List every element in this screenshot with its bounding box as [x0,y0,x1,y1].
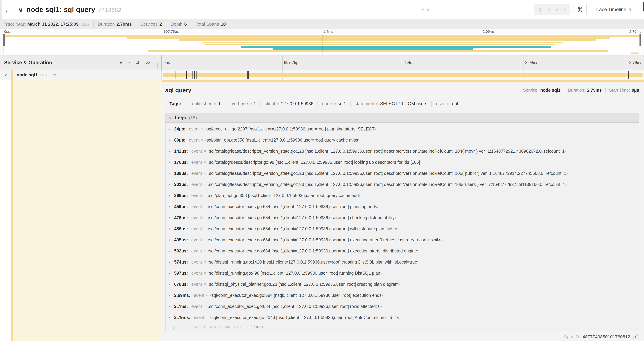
open-quote: ‹ [208,271,209,275]
trace-stat: Duration2.79ms [98,22,132,27]
log-row[interactable]: ›2.79ms:event=‹sql/conn_executor_exec.go… [166,312,639,323]
top-bar: ← ∨ node sql1: sql query 7418682 ◎ ∧ ∨ ×… [0,0,644,19]
log-message: ‹sql/distsql_running.go:1420 [nsql1,clie… [208,259,418,265]
equals-sign: = [204,304,206,308]
log-row[interactable]: ›34μs:event=‹sql/exec_util.go:2297 [nsql… [166,123,639,134]
log-message-text: sql/distsql_running.go:1420 [nsql1,clien… [209,259,417,264]
close-quote: › [565,182,566,187]
log-row[interactable]: ›486μs:event=‹sql/conn_executor_exec.go:… [166,223,639,234]
span-duration-bar[interactable] [163,73,643,77]
log-message: ‹sql/conn_executor_exec.go:684 [nsql1,cl… [208,304,382,309]
minimap-span [241,46,551,48]
span-collapse-icon[interactable]: ∨ [0,72,12,77]
log-row[interactable]: ›459μs:event=‹sql/conn_executor_exec.go:… [166,201,639,212]
page-title: node sql1: sql query [26,6,95,14]
log-message-text: sql/distsql_running.go:498 [nsql1,client… [209,271,380,275]
log-marker [186,71,186,79]
trace-collapse-icon[interactable]: ∨ [18,6,23,14]
selected-span-fill [13,80,162,341]
log-row[interactable]: ›495μs:event=‹sql/conn_executor_exec.go:… [166,234,639,245]
log-row[interactable]: ›2.7ms:event=‹sql/conn_executor_exec.go:… [166,301,639,312]
log-message: ‹sql/catalog/lease/descriptor_version_st… [208,149,566,154]
log-message: ‹sql/conn_executor_exec.go:684 [nsql1,cl… [208,237,442,242]
log-row[interactable]: ›574μs:event=‹sql/distsql_running.go:142… [166,256,639,267]
meta-label: Start Time: [609,88,630,93]
chevron-right-icon: › [168,293,174,298]
log-marker [265,71,265,79]
equals-sign: = [334,102,336,106]
minimap-left-scrubber[interactable] [4,34,5,46]
trace-stat: Depth6 [170,22,187,27]
close-quote: › [358,138,360,142]
log-row[interactable]: ›176μs:event=‹sql/catalog/descs/descript… [166,157,639,168]
log-message-text: sql/conn_executor_exec.go:684 [nsql1,cli… [209,237,440,242]
log-field-key: event [191,171,202,176]
log-marker [247,71,248,79]
separator [605,88,606,93]
expand-all-icon[interactable]: ≫ [146,60,150,65]
equals-sign: = [250,102,252,106]
close-quote: › [380,271,382,275]
collapse-one-icon[interactable]: ∨ [119,60,122,65]
deep-link-icon[interactable] [632,334,638,339]
back-button[interactable]: ← [0,0,15,19]
equals-sign: = [214,102,216,106]
span-detail-header: sql query Service:node sql1Duration:2.79… [165,85,639,95]
log-row[interactable]: ›678μs:event=‹sql/distsql_physical_plann… [166,279,639,290]
minimap-span [204,44,555,45]
log-rows: ›34μs:event=‹sql/exec_util.go:2297 [nsql… [166,123,639,323]
log-field-key: event [191,259,202,265]
logs-header[interactable]: ∨ Logs (18) [166,113,639,123]
log-row[interactable]: ›597μs:event=‹sql/distsql_running.go:498… [166,267,639,279]
trace-stat-value: 2.79ms [116,22,132,27]
log-row[interactable]: ›502μs:event=‹sql/conn_executor_exec.go:… [166,245,639,256]
column-resizer-handle[interactable] [157,63,159,68]
span-row[interactable]: ∨ node sql1 sql query [0,70,644,80]
open-quote: ‹ [208,171,209,176]
log-field-key: event [191,160,202,165]
log-field-key: event [194,315,204,320]
minimap-right-scrubber[interactable] [640,34,641,46]
next-match-icon[interactable]: ∨ [555,7,558,12]
log-row[interactable]: ›80μs:event=‹sql/plan_opt.go:358 [nsql1,… [166,134,639,146]
prev-match-icon[interactable]: ∧ [547,7,550,12]
tag-value: sql1 [338,101,346,106]
log-field-key: event [189,127,200,132]
log-row[interactable]: ›366μs:event=‹sql/plan_opt.go:358 [nsql1… [166,190,639,201]
log-row[interactable]: ›476μs:event=‹sql/conn_executor_exec.go:… [166,212,639,223]
open-quote: ‹ [208,149,209,154]
clear-find-icon[interactable]: × [563,7,566,12]
separator [191,22,191,27]
log-timestamp: 142μs: [174,149,188,154]
log-row[interactable]: ›201μs:event=‹sql/catalog/lease/descript… [166,179,639,190]
log-row[interactable]: ›142μs:event=‹sql/catalog/lease/descript… [166,146,639,157]
tag-value: root [450,101,458,106]
minimap-canvas[interactable] [3,34,641,54]
focus-match-icon[interactable]: ◎ [538,7,542,12]
close-quote: › [380,304,382,309]
keyboard-shortcuts-button[interactable]: ⌘ [574,4,587,16]
log-timestamp: 2.79ms: [174,315,190,320]
span-row-name-cell[interactable]: ∨ node sql1 sql query [0,70,162,80]
chevron-right-icon: › [168,271,174,275]
span-id-label: SpanID: [564,334,580,339]
trace-view-select[interactable]: Trace Timeline ∨ [590,4,636,16]
chevron-right-icon: › [168,149,174,154]
collapse-all-icon[interactable]: ⇊ [136,60,140,65]
equals-sign: = [204,260,206,264]
log-row[interactable]: ›2.69ms:event=‹sql/conn_executor_exec.go… [166,290,639,301]
log-message: ‹sql/conn_executor_exec.go:684 [nsql1,cl… [208,226,397,231]
equals-sign: = [204,271,206,275]
log-field-key: event [191,282,202,287]
find-input[interactable] [418,4,534,15]
chevron-right-icon: › [168,138,174,142]
log-row[interactable]: ›189μs:event=‹sql/catalog/lease/descript… [166,168,639,179]
scrollbar-thumb[interactable] [642,2,644,11]
chevron-right-icon: › [168,259,174,264]
expand-one-icon[interactable]: › [128,60,130,65]
tags-toggle[interactable]: › Tags: [165,101,181,106]
separator [93,22,94,27]
log-marker [628,71,629,79]
span-meta-item: Service:node sql1 [523,88,560,93]
minimap-span [631,53,639,54]
